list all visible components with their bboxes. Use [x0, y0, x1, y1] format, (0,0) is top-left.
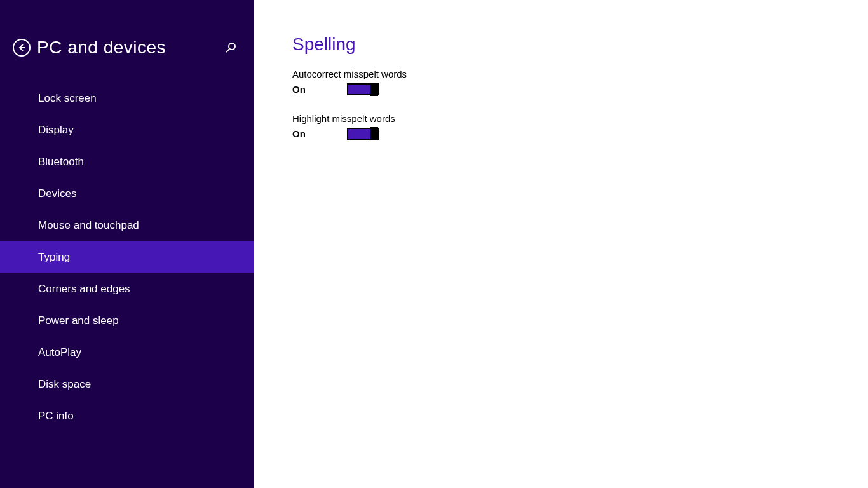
search-icon	[225, 42, 236, 53]
sidebar-item-display[interactable]: Display	[0, 114, 254, 146]
sidebar-item-disk-space[interactable]: Disk space	[0, 369, 254, 400]
toggle-autocorrect[interactable]	[347, 83, 379, 95]
sidebar-item-corners-edges[interactable]: Corners and edges	[0, 273, 254, 305]
setting-row: On	[292, 128, 868, 140]
sidebar-header: PC and devices	[0, 0, 254, 60]
nav-label: Lock screen	[38, 92, 97, 105]
setting-highlight: Highlight misspelt words On	[292, 113, 868, 140]
toggle-handle	[370, 83, 378, 96]
toggle-fill	[348, 85, 371, 94]
toggle-state-text: On	[292, 84, 347, 95]
svg-point-1	[229, 43, 235, 50]
sidebar-item-power-sleep[interactable]: Power and sleep	[0, 305, 254, 337]
toggle-state-text: On	[292, 128, 347, 139]
sidebar-title: PC and devices	[37, 37, 223, 58]
sidebar-item-lock-screen[interactable]: Lock screen	[0, 83, 254, 114]
sidebar-item-pc-info[interactable]: PC info	[0, 400, 254, 432]
svg-line-2	[226, 49, 229, 52]
sidebar: PC and devices Lock screen Display Bluet…	[0, 0, 254, 488]
sidebar-item-devices[interactable]: Devices	[0, 178, 254, 210]
content-pane: Spelling Autocorrect misspelt words On H…	[254, 0, 868, 488]
nav-label: Bluetooth	[38, 156, 84, 168]
nav-label: Power and sleep	[38, 315, 119, 327]
nav-label: Corners and edges	[38, 283, 130, 295]
setting-autocorrect: Autocorrect misspelt words On	[292, 69, 868, 95]
nav-label: Display	[38, 124, 74, 137]
setting-label: Autocorrect misspelt words	[292, 69, 868, 79]
nav-label: PC info	[38, 410, 74, 423]
nav-label: Devices	[38, 187, 76, 200]
sidebar-item-autoplay[interactable]: AutoPlay	[0, 337, 254, 369]
nav-label: Typing	[38, 251, 70, 264]
nav-label: AutoPlay	[38, 346, 81, 359]
setting-row: On	[292, 83, 868, 95]
sidebar-item-typing[interactable]: Typing	[0, 241, 254, 273]
setting-label: Highlight misspelt words	[292, 113, 868, 124]
toggle-handle	[370, 127, 378, 140]
back-arrow-icon	[17, 43, 26, 52]
nav-label: Disk space	[38, 378, 91, 391]
toggle-fill	[348, 129, 371, 139]
toggle-highlight[interactable]	[347, 128, 379, 140]
back-button[interactable]	[13, 39, 31, 57]
sidebar-item-mouse-touchpad[interactable]: Mouse and touchpad	[0, 210, 254, 241]
search-button[interactable]	[223, 40, 238, 55]
nav-label: Mouse and touchpad	[38, 219, 139, 232]
sidebar-nav: Lock screen Display Bluetooth Devices Mo…	[0, 83, 254, 432]
section-title: Spelling	[292, 34, 868, 55]
sidebar-item-bluetooth[interactable]: Bluetooth	[0, 146, 254, 178]
